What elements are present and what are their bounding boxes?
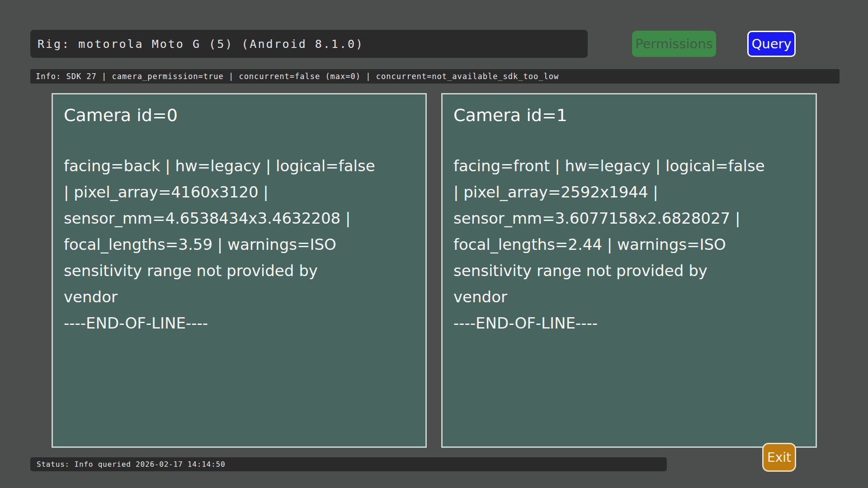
- camera-1-details: facing=front | hw=legacy | logical=false…: [453, 153, 805, 336]
- info-bar-text: Info: SDK 27 | camera_permission=true | …: [36, 72, 559, 81]
- camera-panel-0: Camera id=0 facing=back | hw=legacy | lo…: [52, 93, 427, 448]
- permissions-button[interactable]: Permissions: [632, 31, 716, 57]
- rig-title-bar: Rig: motorola Moto G (5) (Android 8.1.0): [30, 30, 588, 58]
- info-bar: Info: SDK 27 | camera_permission=true | …: [30, 69, 840, 84]
- query-button[interactable]: Query: [747, 31, 796, 57]
- exit-button[interactable]: Exit: [762, 443, 796, 472]
- rig-title-text: Rig: motorola Moto G (5) (Android 8.1.0): [38, 38, 364, 51]
- camera-0-details: facing=back | hw=legacy | logical=false …: [64, 153, 415, 336]
- camera-1-title: Camera id=1: [453, 104, 805, 127]
- camera-panel-1: Camera id=1 facing=front | hw=legacy | l…: [441, 93, 817, 448]
- status-bar: Status: Info queried 2026-02-17 14:14:50: [30, 457, 667, 471]
- camera-0-title: Camera id=0: [64, 104, 415, 127]
- status-bar-text: Status: Info queried 2026-02-17 14:14:50: [37, 460, 225, 469]
